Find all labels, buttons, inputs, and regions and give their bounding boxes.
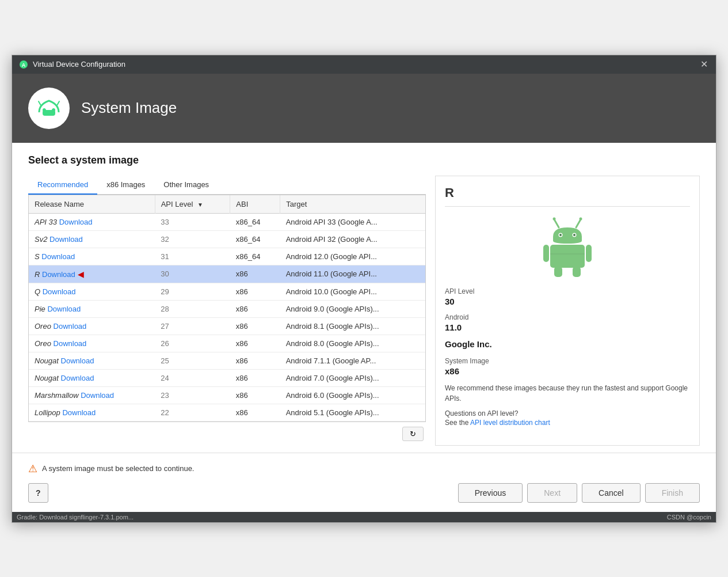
table-row[interactable]: Nougat Download24x86Android 7.0 (Google … — [29, 369, 425, 386]
table-row[interactable]: Oreo Download27x86Android 8.1 (Google AP… — [29, 317, 425, 335]
system-image-label: System Image — [445, 357, 690, 365]
help-button[interactable]: ? — [28, 483, 48, 503]
svg-line-12 — [576, 219, 581, 227]
api-level-chart-link[interactable]: API level distribution chart — [470, 419, 550, 427]
col-target[interactable]: Target — [280, 195, 425, 214]
cell-abi: x86 — [230, 369, 280, 386]
table-row[interactable]: S Download31x86_64Android 12.0 (Google A… — [29, 248, 425, 265]
finish-button[interactable]: Finish — [645, 483, 700, 503]
cell-api-level: 31 — [155, 248, 230, 265]
table-row[interactable]: Sv2 Download32x86_64Android API 32 (Goog… — [29, 230, 425, 248]
download-link[interactable]: Download — [42, 270, 75, 279]
android-figure — [542, 215, 593, 278]
table-row[interactable]: R Download◀30x86Android 11.0 (Google API… — [29, 265, 425, 283]
header-section: System Image — [12, 74, 716, 143]
detail-api-level: API Level 30 — [445, 287, 690, 306]
download-link[interactable]: Download — [41, 252, 75, 261]
cell-api-level: 33 — [155, 213, 230, 230]
table-row[interactable]: Oreo Download26x86Android 8.0 (Google AP… — [29, 335, 425, 352]
table-row[interactable]: Lollipop Download22x86Android 5.1 (Googl… — [29, 404, 425, 421]
download-link[interactable]: Download — [59, 218, 93, 226]
cell-abi: x86 — [230, 283, 280, 300]
system-image-table: Release Name API Level ▼ ABI Target API … — [29, 195, 425, 422]
release-name-text: Oreo — [35, 322, 54, 331]
action-buttons: ? Previous Next Cancel Finish — [28, 483, 700, 503]
table-row[interactable]: Marshmallow Download23x86Android 6.0 (Go… — [29, 386, 425, 404]
table-row[interactable]: Pie Download28x86Android 9.0 (Google API… — [29, 300, 425, 317]
cell-release: Pie Download — [29, 300, 155, 317]
cell-release: Oreo Download — [29, 335, 155, 352]
download-link[interactable]: Download — [47, 305, 81, 313]
cell-api-level: 28 — [155, 300, 230, 317]
svg-point-11 — [553, 217, 556, 220]
cell-release: Oreo Download — [29, 317, 155, 335]
svg-point-13 — [580, 217, 582, 220]
download-link[interactable]: Download — [61, 374, 94, 382]
left-panel: Recommended x86 Images Other Images Rele… — [28, 176, 426, 446]
cell-api-level: 25 — [155, 352, 230, 369]
refresh-button[interactable]: ↻ — [402, 427, 424, 441]
cell-api-level: 26 — [155, 335, 230, 352]
android-figure-container — [445, 215, 690, 278]
cell-target: Android 7.1.1 (Google AP... — [280, 352, 425, 369]
api-level-value: 30 — [445, 297, 690, 306]
page-title: Select a system image — [28, 154, 700, 166]
close-button[interactable]: ✕ — [699, 60, 709, 69]
download-link[interactable]: Download — [49, 235, 83, 244]
cell-target: Android 12.0 (Google API... — [280, 248, 425, 265]
detail-system-image: System Image x86 — [445, 357, 690, 376]
detail-description: We recommend these images because they r… — [445, 383, 690, 404]
android-studio-logo — [35, 94, 63, 123]
cancel-button[interactable]: Cancel — [582, 483, 641, 503]
download-link[interactable]: Download — [62, 408, 96, 417]
download-link[interactable]: Download — [54, 322, 87, 331]
tabs: Recommended x86 Images Other Images — [28, 176, 426, 195]
tab-x86images[interactable]: x86 Images — [97, 176, 154, 195]
detail-android: Android 11.0 — [445, 313, 690, 332]
download-link[interactable]: Download — [54, 339, 87, 348]
cell-abi: x86 — [230, 352, 280, 369]
download-link[interactable]: Download — [43, 287, 76, 296]
col-api-level[interactable]: API Level ▼ — [155, 195, 230, 214]
cell-abi: x86 — [230, 335, 280, 352]
table-row[interactable]: Nougat Download25x86Android 7.1.1 (Googl… — [29, 352, 425, 369]
release-name-text: R — [35, 270, 42, 279]
cell-target: Android 6.0 (Google APIs)... — [280, 386, 425, 404]
svg-text:A: A — [22, 62, 26, 68]
cell-release: API 33 Download — [29, 213, 155, 230]
cell-release: S Download — [29, 248, 155, 265]
warning-row: ⚠ A system image must be selected to con… — [28, 462, 700, 475]
refresh-icon: ↻ — [410, 430, 416, 438]
tab-recommended[interactable]: Recommended — [28, 176, 97, 195]
svg-rect-20 — [586, 245, 592, 262]
cell-target: Android 8.1 (Google APIs)... — [280, 317, 425, 335]
download-link[interactable]: Download — [81, 391, 114, 400]
see-text: See the — [445, 419, 470, 427]
title-bar: A Virtual Device Configuration ✕ — [12, 55, 716, 74]
download-link[interactable]: Download — [61, 356, 94, 365]
title-bar-left: A Virtual Device Configuration — [19, 60, 125, 69]
table-header-row: Release Name API Level ▼ ABI Target — [29, 195, 425, 214]
col-abi[interactable]: ABI — [230, 195, 280, 214]
cell-abi: x86_64 — [230, 248, 280, 265]
svg-line-10 — [554, 219, 559, 227]
table-row[interactable]: API 33 Download33x86_64Android API 33 (G… — [29, 213, 425, 230]
tab-otherimages[interactable]: Other Images — [154, 176, 218, 195]
col-release-name[interactable]: Release Name — [29, 195, 155, 214]
next-button[interactable]: Next — [527, 483, 577, 503]
release-name-text: Oreo — [35, 339, 54, 348]
cell-api-level: 23 — [155, 386, 230, 404]
release-name-text: API 33 — [35, 218, 59, 226]
svg-rect-18 — [550, 245, 585, 268]
release-name-text: Sv2 — [35, 235, 49, 244]
cell-abi: x86 — [230, 300, 280, 317]
svg-rect-5 — [43, 110, 55, 116]
table-row[interactable]: Q Download29x86Android 10.0 (Google API.… — [29, 283, 425, 300]
cell-api-level: 32 — [155, 230, 230, 248]
cell-target: Android 9.0 (Google APIs)... — [280, 300, 425, 317]
svg-point-16 — [559, 234, 562, 236]
cell-release: Marshmallow Download — [29, 386, 155, 404]
status-text: Gradle: Download signflinger-7.3.1.pom..… — [17, 514, 134, 521]
previous-button[interactable]: Previous — [458, 483, 523, 503]
release-name-text: Pie — [35, 305, 47, 313]
